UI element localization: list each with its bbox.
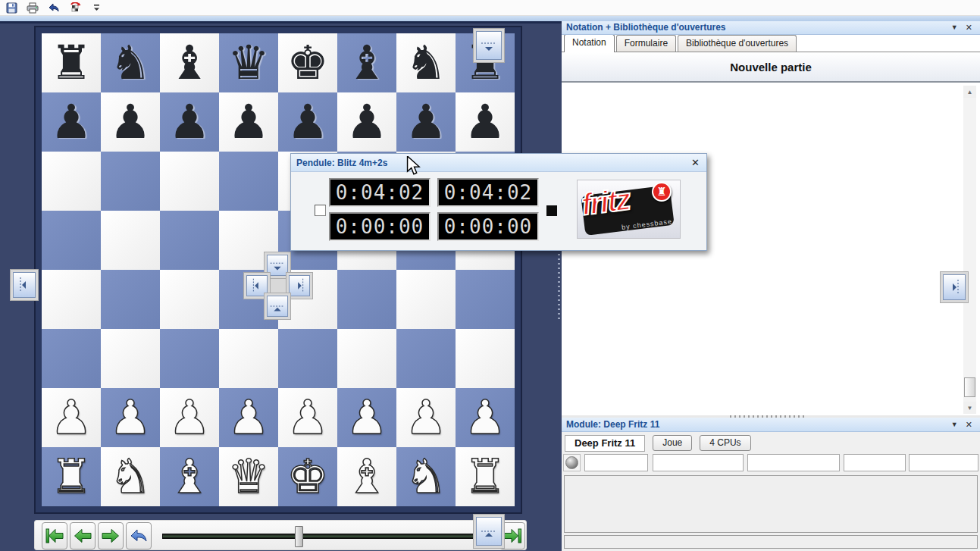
square-c8[interactable]: ♝ — [160, 33, 219, 92]
square-f7[interactable]: ♟ — [337, 92, 396, 152]
square-a5[interactable] — [42, 211, 101, 270]
square-b8[interactable]: ♞ — [101, 33, 160, 92]
engine-field-4[interactable] — [844, 454, 906, 471]
square-g1[interactable]: ♞ — [396, 447, 456, 506]
piece-wp[interactable]: ♟ — [227, 388, 270, 447]
notation-collapse-icon[interactable]: ▼ — [951, 24, 958, 31]
square-a1[interactable]: ♜ — [42, 447, 101, 506]
piece-bp[interactable]: ♟ — [109, 92, 152, 152]
dock-left-indicator[interactable] — [13, 272, 36, 298]
square-e1[interactable]: ♚ — [278, 447, 337, 506]
piece-wp[interactable]: ♟ — [286, 388, 329, 447]
piece-wp[interactable]: ♟ — [109, 388, 152, 447]
piece-bn[interactable]: ♞ — [405, 33, 447, 92]
square-f3[interactable] — [337, 329, 396, 388]
scrollbar-thumb[interactable] — [964, 377, 975, 397]
vertical-splitter[interactable] — [556, 23, 562, 551]
square-a8[interactable]: ♜ — [42, 33, 101, 92]
clock-checkbox[interactable] — [315, 205, 326, 216]
piece-wn[interactable]: ♞ — [405, 447, 447, 506]
piece-bb[interactable]: ♝ — [168, 33, 211, 92]
engine-field-2[interactable] — [653, 454, 744, 471]
nav-go-start-button[interactable] — [42, 522, 67, 549]
square-c7[interactable]: ♟ — [160, 92, 219, 152]
square-g2[interactable]: ♟ — [396, 388, 456, 447]
square-h2[interactable]: ♟ — [456, 388, 515, 447]
piece-bk[interactable]: ♚ — [286, 33, 329, 92]
square-g8[interactable]: ♞ — [396, 33, 456, 92]
square-e8[interactable]: ♚ — [278, 33, 337, 92]
cpus-button[interactable]: 4 CPUs — [700, 435, 750, 451]
square-b6[interactable] — [101, 152, 160, 211]
scroll-down-icon[interactable]: ▼ — [963, 402, 976, 414]
square-a6[interactable] — [42, 152, 101, 211]
square-b2[interactable]: ♟ — [101, 388, 160, 447]
nav-forward-button[interactable] — [98, 522, 124, 549]
piece-wp[interactable]: ♟ — [50, 388, 92, 447]
square-a7[interactable]: ♟ — [42, 92, 101, 152]
piece-wr[interactable]: ♜ — [464, 447, 506, 506]
piece-bp[interactable]: ♟ — [168, 92, 211, 152]
square-a3[interactable] — [42, 329, 101, 388]
dock-center-up-indicator[interactable] — [267, 255, 288, 276]
square-a4[interactable] — [42, 270, 101, 329]
square-g4[interactable] — [396, 270, 456, 329]
square-e7[interactable]: ♟ — [278, 92, 337, 152]
print-icon[interactable] — [26, 2, 39, 14]
square-d2[interactable]: ♟ — [219, 388, 278, 447]
square-c1[interactable]: ♝ — [160, 447, 219, 506]
piece-bp[interactable]: ♟ — [464, 92, 506, 152]
nav-takeback-button[interactable] — [126, 522, 152, 549]
square-d6[interactable] — [219, 152, 278, 211]
piece-wn[interactable]: ♞ — [109, 447, 152, 506]
piece-wp[interactable]: ♟ — [346, 388, 388, 447]
undo-icon[interactable] — [47, 2, 61, 14]
square-b5[interactable] — [101, 211, 160, 270]
piece-br[interactable]: ♜ — [50, 33, 92, 92]
square-f1[interactable]: ♝ — [337, 447, 396, 506]
scroll-up-icon[interactable]: ▲ — [963, 86, 976, 98]
square-d7[interactable]: ♟ — [219, 92, 278, 152]
square-b4[interactable] — [101, 270, 160, 329]
square-a2[interactable]: ♟ — [42, 388, 101, 447]
square-h4[interactable] — [456, 270, 515, 329]
dock-center-right-indicator[interactable] — [289, 275, 310, 296]
clock-close-icon[interactable]: ✕ — [691, 157, 706, 168]
tab-biblioth-que-d-ouvertures[interactable]: Bibliothèque d'ouvertures — [678, 35, 797, 52]
piece-bp[interactable]: ♟ — [346, 92, 388, 152]
nav-back-button[interactable] — [70, 522, 95, 549]
piece-wq[interactable]: ♛ — [227, 447, 270, 506]
piece-wb[interactable]: ♝ — [168, 447, 211, 506]
vertical-splitter-grip[interactable] — [558, 254, 560, 322]
piece-wp[interactable]: ♟ — [464, 388, 506, 447]
square-f8[interactable]: ♝ — [337, 33, 396, 92]
dock-center-down-indicator[interactable] — [267, 296, 288, 317]
dock-right-indicator[interactable] — [943, 274, 966, 300]
piece-bp[interactable]: ♟ — [286, 92, 329, 152]
dock-center-left-indicator[interactable] — [246, 275, 268, 296]
piece-bp[interactable]: ♟ — [405, 92, 447, 152]
save-icon[interactable] — [5, 2, 18, 14]
square-h1[interactable]: ♜ — [456, 447, 515, 506]
engine-field-5[interactable] — [909, 454, 978, 471]
square-c6[interactable] — [160, 152, 219, 211]
square-c2[interactable]: ♟ — [160, 388, 219, 447]
square-c3[interactable] — [160, 329, 219, 388]
engine-name-label[interactable]: Deep Fritz 11 — [565, 435, 645, 452]
piece-wr[interactable]: ♜ — [50, 447, 92, 506]
engine-output-list[interactable] — [564, 475, 978, 533]
square-f4[interactable] — [337, 270, 396, 329]
square-d3[interactable] — [219, 329, 278, 388]
engine-icon[interactable] — [68, 2, 82, 14]
piece-wk[interactable]: ♚ — [286, 447, 329, 506]
engine-field-1[interactable] — [584, 454, 648, 471]
piece-bb[interactable]: ♝ — [346, 33, 388, 92]
piece-bn[interactable]: ♞ — [109, 33, 152, 92]
piece-bp[interactable]: ♟ — [227, 92, 270, 152]
square-g3[interactable] — [396, 329, 456, 388]
piece-wp[interactable]: ♟ — [405, 388, 447, 447]
engine-field-3[interactable] — [747, 454, 840, 471]
module-collapse-icon[interactable]: ▼ — [951, 421, 958, 428]
square-b3[interactable] — [101, 329, 160, 388]
square-d1[interactable]: ♛ — [219, 447, 278, 506]
